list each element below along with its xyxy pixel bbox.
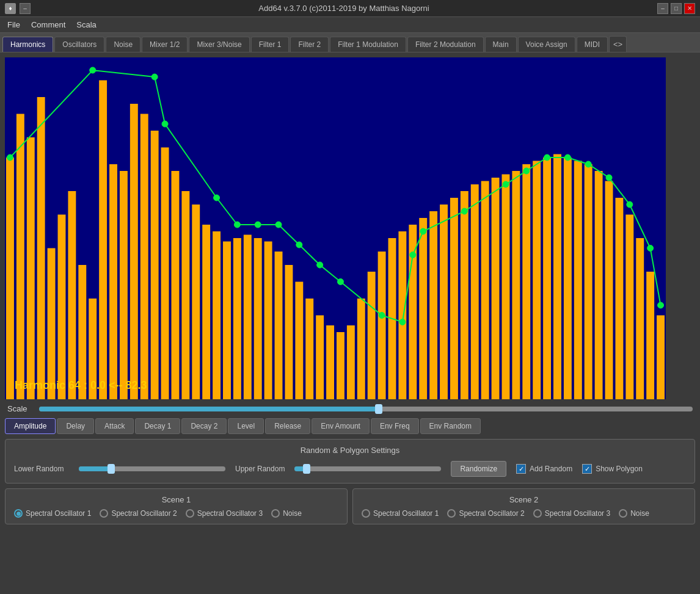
subtab-env-random[interactable]: Env Random — [420, 418, 481, 434]
svg-point-69 — [214, 195, 220, 201]
svg-point-74 — [317, 262, 323, 268]
scene1-label-1: Spectral Oscillator 2 — [111, 509, 177, 518]
tab-filter2[interactable]: Filter 2 — [290, 37, 329, 52]
harmonic-info-label: Harmonic 64 : 0.0 <-- 82.3 — [15, 379, 147, 392]
scene1-radio-1[interactable] — [100, 509, 108, 518]
svg-rect-43 — [440, 205, 448, 399]
scale-slider-track[interactable] — [39, 407, 693, 411]
subtab-env-freq[interactable]: Env Freq — [371, 418, 419, 434]
tab-harmonics[interactable]: Harmonics — [2, 37, 53, 52]
subtab-level[interactable]: Level — [228, 418, 264, 434]
scene1-option-2[interactable]: Spectral Oscillator 3 — [186, 509, 263, 518]
scene2-option-3[interactable]: Noise — [619, 509, 649, 518]
svg-point-80 — [461, 208, 467, 214]
subtab-attack[interactable]: Attack — [95, 418, 134, 434]
scale-label: Scale — [7, 404, 32, 413]
randomize-button[interactable]: Randomize — [451, 461, 506, 477]
scene1-radio-2[interactable] — [186, 509, 194, 518]
subtab-env-amount[interactable]: Env Amount — [312, 418, 370, 434]
svg-rect-31 — [316, 316, 324, 400]
lower-random-slider[interactable] — [79, 466, 225, 471]
chart-svg: // We'll generate this via JS below — [5, 57, 666, 399]
titlebar-controls: – □ ✕ — [657, 3, 695, 14]
maximize-btn[interactable]: □ — [671, 3, 682, 14]
scene2-label-3: Noise — [630, 509, 649, 518]
harmonics-chart[interactable]: // We'll generate this via JS below Harm… — [5, 57, 666, 399]
svg-rect-28 — [285, 265, 293, 399]
scene1-radio-0[interactable] — [14, 509, 23, 518]
minimize-btn[interactable]: – — [657, 3, 668, 14]
minimize-button[interactable]: – — [20, 3, 31, 14]
svg-rect-3 — [27, 137, 35, 399]
scene2-option-1[interactable]: Spectral Oscillator 2 — [447, 509, 524, 518]
scene2-option-2[interactable]: Spectral Oscillator 3 — [533, 509, 610, 518]
svg-point-67 — [151, 74, 158, 80]
svg-rect-64 — [657, 316, 665, 400]
tab-mixer-12[interactable]: Mixer 1/2 — [142, 37, 188, 52]
svg-rect-35 — [357, 299, 365, 399]
svg-rect-59 — [605, 181, 613, 400]
tab-midi[interactable]: MIDI — [577, 37, 608, 52]
svg-rect-62 — [636, 238, 644, 399]
svg-rect-41 — [419, 218, 427, 399]
scene1-radio-3[interactable] — [271, 509, 280, 518]
tab-main[interactable]: Main — [485, 37, 517, 52]
scene2-radio-2[interactable] — [533, 509, 542, 518]
svg-rect-6 — [58, 215, 66, 400]
scene2-option-0[interactable]: Spectral Oscillator 1 — [362, 509, 439, 518]
svg-rect-53 — [543, 158, 551, 399]
svg-rect-14 — [140, 114, 148, 400]
scene1-option-1[interactable]: Spectral Oscillator 2 — [100, 509, 177, 518]
scene1-option-3[interactable]: Noise — [271, 509, 302, 518]
scene2-radio-0[interactable] — [362, 509, 370, 518]
svg-rect-44 — [450, 198, 458, 399]
add-random-checkbox[interactable] — [516, 464, 526, 474]
svg-rect-32 — [326, 325, 334, 399]
svg-point-75 — [337, 279, 343, 285]
tab-mixer-3noise[interactable]: Mixer 3/Noise — [189, 37, 249, 52]
subtab-amplitude[interactable]: Amplitude — [5, 418, 56, 434]
svg-point-68 — [162, 121, 168, 127]
tab-filter1-mod[interactable]: Filter 1 Modulation — [330, 37, 406, 52]
svg-rect-39 — [398, 231, 406, 399]
svg-rect-58 — [595, 171, 603, 399]
tab-filter1[interactable]: Filter 1 — [251, 37, 290, 52]
titlebar-left: ♦ – — [5, 3, 31, 14]
svg-rect-16 — [161, 148, 169, 400]
svg-rect-49 — [502, 175, 510, 400]
tab-arrow[interactable]: <> — [609, 36, 627, 52]
tab-voice-assign[interactable]: Voice Assign — [518, 37, 575, 52]
menu-comment[interactable]: Comment — [26, 18, 70, 31]
scene2-radio-1[interactable] — [447, 509, 456, 518]
show-polygon-checkbox[interactable] — [582, 464, 592, 474]
subtab-delay[interactable]: Delay — [57, 418, 94, 434]
subtab-decay2[interactable]: Decay 2 — [181, 418, 227, 434]
svg-point-65 — [7, 154, 13, 161]
tab-filter2-mod[interactable]: Filter 2 Modulation — [407, 37, 484, 52]
tab-noise[interactable]: Noise — [106, 37, 140, 52]
close-btn[interactable]: ✕ — [684, 3, 695, 14]
svg-rect-22 — [223, 242, 231, 400]
scene2-radio-3[interactable] — [619, 509, 627, 518]
scale-slider-thumb[interactable] — [375, 404, 382, 414]
menu-file[interactable]: File — [2, 18, 25, 31]
lower-slider-thumb[interactable] — [108, 464, 115, 474]
svg-rect-18 — [181, 191, 189, 399]
upper-slider-thumb[interactable] — [303, 464, 310, 474]
subtab-release[interactable]: Release — [265, 418, 310, 434]
app-icon: ♦ — [5, 3, 16, 14]
subtabbar: Amplitude Delay Attack Decay 1 Decay 2 L… — [5, 418, 695, 434]
menubar: File Comment Scala — [0, 17, 700, 33]
svg-point-78 — [410, 252, 416, 258]
svg-rect-46 — [471, 184, 479, 399]
lower-slider-fill — [79, 466, 111, 471]
tab-oscillators[interactable]: Oscillators — [54, 37, 104, 52]
svg-rect-13 — [130, 104, 138, 399]
menu-scala[interactable]: Scala — [71, 18, 101, 31]
svg-rect-1 — [6, 158, 14, 399]
svg-point-84 — [564, 154, 571, 161]
svg-rect-4 — [37, 97, 45, 399]
scene1-option-0[interactable]: Spectral Oscillator 1 — [14, 509, 91, 518]
subtab-decay1[interactable]: Decay 1 — [135, 418, 180, 434]
upper-random-slider[interactable] — [294, 466, 441, 471]
